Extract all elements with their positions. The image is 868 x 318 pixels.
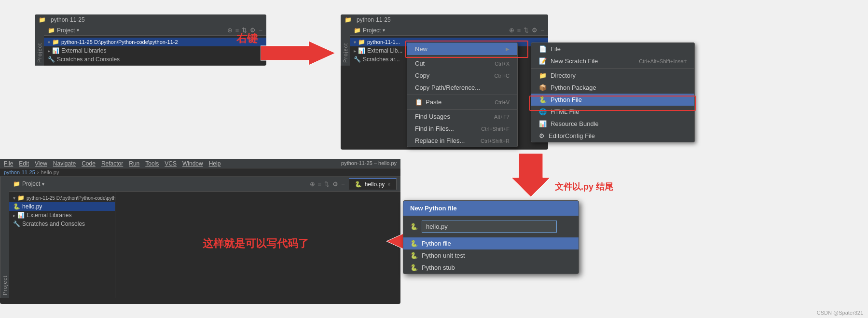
dialog-list-unit-test[interactable]: 🐍 Python unit test <box>403 249 579 262</box>
menu-help[interactable]: Help <box>209 160 221 167</box>
dialog-list-stub[interactable]: 🐍 Python stub <box>403 262 579 274</box>
settings-icon3[interactable]: ⚙ <box>332 180 338 188</box>
submenu-item-html[interactable]: 🌐 HTML File <box>531 106 694 118</box>
filename-input[interactable] <box>422 221 557 233</box>
scratches-label2: Scratches ar... <box>363 56 400 63</box>
paste-label: Paste <box>426 98 441 106</box>
sort-icon2[interactable]: ⇅ <box>524 27 529 34</box>
minimize-icon3[interactable]: − <box>341 180 345 188</box>
watermark: CSDN @Später321 <box>817 310 863 316</box>
settings-icon2[interactable]: ⚙ <box>532 27 537 34</box>
toolbar-icons2: ⊕ ≡ ⇅ ⚙ − <box>509 27 544 34</box>
menu-item-copy[interactable]: Copy Ctrl+C <box>407 69 517 82</box>
new-python-file-dialog: New Python file 🐍 🐍 Python file 🐍 Python… <box>403 200 579 274</box>
menu-view[interactable]: View <box>35 160 47 167</box>
submenu-item-package[interactable]: 📦 Python Package <box>531 82 694 94</box>
menu-item-cut[interactable]: Cut Ctrl+X <box>407 57 517 69</box>
svg-marker-0 <box>261 41 335 65</box>
sort-icon3[interactable]: ⇅ <box>324 180 330 188</box>
menubar: File Edit View Navigate Code Refactor Ru… <box>0 159 400 168</box>
menu-tools[interactable]: Tools <box>145 160 159 167</box>
chevron-down-icon3: ▾ <box>42 181 44 187</box>
side-tab-project3[interactable]: Project <box>0 177 9 298</box>
folder-icon4: 📁 <box>354 27 361 34</box>
menu-item-replace-files[interactable]: Replace in Files... Ctrl+Shift+R <box>407 135 517 147</box>
replace-files-label: Replace in Files... <box>415 137 465 144</box>
list-unit-icon: 🐍 <box>410 252 418 259</box>
submenu-item-editorconfig[interactable]: ⚙ EditorConfig File <box>531 130 694 142</box>
project-label3[interactable]: 📁 Project ▾ <box>13 180 44 187</box>
toolbar-icons3: ⊕ ≡ ⇅ ⚙ − <box>310 180 345 188</box>
separator1 <box>407 56 517 56</box>
submenu-item-resource[interactable]: 📊 Resource Bundle <box>531 118 694 130</box>
scratches-icon3: 🔧 <box>13 221 20 227</box>
tab-hello-py[interactable]: 🐍 hello.py × <box>349 178 397 190</box>
window1: 📁 python-11-25 Project 📁 Project ▾ ⊕ ≡ ⇅… <box>35 14 266 66</box>
list-python-label: Python file <box>422 240 451 247</box>
tree-item-root3[interactable]: ▾ 📁 python-11-25 D:\python\Python-code\p… <box>9 194 115 202</box>
find-files-shortcut: Ctrl+Shift+F <box>481 126 510 132</box>
minimize-icon2[interactable]: − <box>540 27 544 34</box>
folder-icon7: 📁 <box>17 194 25 201</box>
file-label: File <box>551 45 561 53</box>
minimize-icon[interactable]: − <box>259 27 262 34</box>
submenu-item-scratch[interactable]: 📝 New Scratch File Ctrl+Alt+Shift+Insert <box>531 55 694 67</box>
menu-run[interactable]: Run <box>129 160 139 167</box>
folder-icon5: 📁 <box>358 39 365 45</box>
resource-icon: 📊 <box>539 120 547 127</box>
menu-code[interactable]: Code <box>82 160 96 167</box>
menu-item-find-usages[interactable]: Find Usages Alt+F7 <box>407 111 517 123</box>
list-unit-label: Python unit test <box>422 252 465 259</box>
project-label[interactable]: 📁 Project ▾ <box>48 27 79 34</box>
submenu-item-file[interactable]: 📄 File <box>531 43 694 55</box>
tree-item-hello[interactable]: 🐍 hello.py <box>9 202 115 211</box>
breadcrumb3: python-11-25 › hello.py <box>0 168 400 177</box>
paste-icon: 📋 <box>415 98 423 106</box>
tree-item-scratches[interactable]: 🔧 Scratches and Consoles <box>44 55 266 64</box>
dialog-title: New Python file <box>403 201 579 216</box>
menu-file[interactable]: File <box>4 160 13 167</box>
scratch-icon: 📝 <box>539 57 547 65</box>
context-menu: New ▶ Cut Ctrl+X Copy Ctrl+C Copy Path/R… <box>407 42 518 147</box>
list-stub-icon: 🐍 <box>410 264 418 271</box>
submenu-new: 📄 File 📝 New Scratch File Ctrl+Alt+Shift… <box>531 42 695 142</box>
side-tab-project2[interactable]: Project <box>341 25 350 66</box>
tree-item-scratches3[interactable]: 🔧 Scratches and Consoles <box>9 220 115 228</box>
tab-close-btn[interactable]: × <box>387 182 390 187</box>
menu-vcs[interactable]: VCS <box>165 160 177 167</box>
menu-navigate[interactable]: Navigate <box>53 160 76 167</box>
project-label2[interactable]: 📁 Project ▾ <box>354 27 385 34</box>
scratches-label: Scratches and Consoles <box>57 56 120 63</box>
tree-item-external[interactable]: ▸ 📊 External Libraries <box>44 46 266 55</box>
window1-toolbar: 📁 Project ▾ ⊕ ≡ ⇅ ⚙ − <box>44 25 266 36</box>
window3: File Edit View Navigate Code Refactor Ru… <box>0 159 400 304</box>
find-files-label: Find in Files... <box>415 125 454 132</box>
python-file-label: Python File <box>551 96 582 103</box>
python-input-icon: 🐍 <box>410 223 418 230</box>
menu-refactor[interactable]: Refactor <box>101 160 123 167</box>
lib-icon2: 📊 <box>358 47 365 54</box>
package-label: Python Package <box>551 84 596 91</box>
equals-icon3[interactable]: ≡ <box>318 180 322 188</box>
menu-item-paste[interactable]: 📋 Paste Ctrl+V <box>407 96 517 108</box>
menu-edit[interactable]: Edit <box>19 160 29 167</box>
equals-icon2[interactable]: ≡ <box>517 27 521 34</box>
menu-window[interactable]: Window <box>182 160 203 167</box>
gear-icon3[interactable]: ⊕ <box>310 180 315 188</box>
dialog-list-python-file[interactable]: 🐍 Python file <box>403 237 579 249</box>
menu-item-find-files[interactable]: Find in Files... Ctrl+Shift+F <box>407 123 517 135</box>
tree-item-ext-lib[interactable]: ▸ 📊 External Libraries <box>9 211 115 220</box>
submenu-item-python-file[interactable]: 🐍 Python File <box>531 94 694 106</box>
submenu-arrow: ▶ <box>506 46 510 52</box>
tree-item-root[interactable]: ▾ 📁 python-11-25 D:\python\Python-code\p… <box>44 38 266 46</box>
side-tab-project[interactable]: Project <box>35 25 44 66</box>
menu-item-new[interactable]: New ▶ <box>407 43 517 55</box>
menu-item-copy-path[interactable]: Copy Path/Reference... <box>407 82 517 94</box>
find-usages-shortcut: Alt+F7 <box>494 114 510 120</box>
gear-icon2[interactable]: ⊕ <box>509 27 514 34</box>
dialog-input-row: 🐍 <box>403 216 579 237</box>
expand-icon2: ▸ <box>48 48 50 54</box>
submenu-item-directory[interactable]: 📁 Directory <box>531 69 694 82</box>
gear-icon[interactable]: ⊕ <box>227 27 233 34</box>
scratches-icon2: 🔧 <box>354 56 361 63</box>
